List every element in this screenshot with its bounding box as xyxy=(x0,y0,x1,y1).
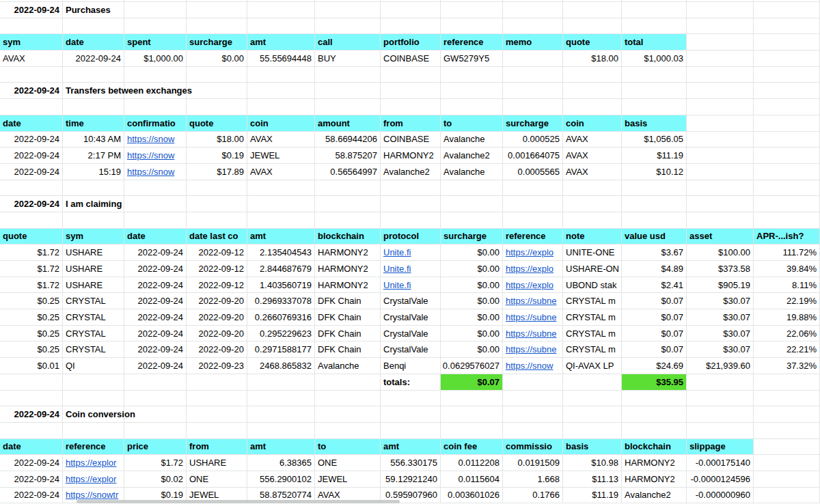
cell[interactable]: 0.0115604 xyxy=(441,471,503,488)
section-title[interactable]: Purchases xyxy=(63,2,124,18)
cell[interactable]: UNITE-ONE xyxy=(563,244,622,261)
cell[interactable]: -0.0000124596 xyxy=(687,471,754,488)
cell[interactable]: 2022-09-24 xyxy=(0,455,63,471)
cell[interactable]: DFK Chain xyxy=(315,309,381,326)
cell[interactable]: 0.295229623 xyxy=(247,326,315,342)
cell[interactable]: 0.2971588177 xyxy=(247,341,315,358)
cell[interactable]: $0.07 xyxy=(441,374,503,391)
cell[interactable]: Benqi xyxy=(381,358,441,374)
cell[interactable]: 0.2660769316 xyxy=(247,309,315,326)
cell[interactable]: 2022-09-23 xyxy=(187,358,247,374)
cell[interactable]: QI-AVAX LP xyxy=(563,358,622,374)
cell[interactable]: $35.95 xyxy=(622,374,687,391)
cell[interactable]: $0.00 xyxy=(441,341,503,358)
link[interactable]: https://subne xyxy=(506,328,556,339)
column-header[interactable]: date xyxy=(0,439,63,456)
link[interactable]: https://explor xyxy=(66,474,116,484)
cell[interactable]: Avalanche2 xyxy=(381,164,441,180)
column-header[interactable]: date xyxy=(63,34,124,51)
cell[interactable]: HARMONY2 xyxy=(315,261,381,277)
link-cell[interactable]: Unite.fi xyxy=(381,244,441,261)
cell[interactable]: $11.13 xyxy=(563,471,622,488)
cell[interactable]: 2022-09-24 xyxy=(124,244,187,261)
cell[interactable]: 2022-09-24 xyxy=(0,488,63,504)
horizontal-scrollbar-thumb[interactable] xyxy=(77,500,400,503)
link[interactable]: Unite.fi xyxy=(383,247,411,257)
column-header[interactable]: quote xyxy=(563,34,622,51)
section-title[interactable]: Transfers between exchanges xyxy=(63,83,124,99)
cell[interactable]: USHARE-ON xyxy=(563,261,622,277)
cell[interactable]: 15:19 xyxy=(63,164,124,180)
cell[interactable]: $0.00 xyxy=(441,326,503,342)
column-header[interactable]: note xyxy=(563,229,622,245)
column-header[interactable]: reference xyxy=(503,229,563,245)
link[interactable]: https://subne xyxy=(506,296,556,306)
column-header[interactable]: portfolio xyxy=(381,34,441,51)
cell[interactable]: $0.02 xyxy=(124,471,187,488)
column-header[interactable]: blockchain xyxy=(622,439,687,456)
cell[interactable]: 2022-09-24 xyxy=(0,471,63,488)
link-cell[interactable]: https://explo xyxy=(503,277,563,294)
link[interactable]: https://explo xyxy=(506,280,554,290)
cell[interactable]: 22.06% xyxy=(754,326,820,342)
cell[interactable]: $11.19 xyxy=(563,488,622,504)
cell[interactable]: $1,000.03 xyxy=(622,51,687,67)
cell[interactable]: 19.88% xyxy=(754,309,820,326)
column-header[interactable]: quote xyxy=(187,115,247,132)
cell[interactable]: 2:17 PM xyxy=(63,148,124,164)
cell[interactable]: COINBASE xyxy=(381,51,441,67)
cell[interactable]: QI xyxy=(63,358,124,374)
cell[interactable]: -0.000175140 xyxy=(687,455,754,471)
cell[interactable]: JEWEL xyxy=(315,471,381,488)
cell[interactable]: UBOND stak xyxy=(563,277,622,294)
cell[interactable]: $0.07 xyxy=(622,326,687,342)
column-header[interactable]: coin fee xyxy=(441,439,503,456)
cell[interactable]: 2022-09-24 xyxy=(0,132,63,148)
cell[interactable]: AVAX xyxy=(563,132,622,148)
column-header[interactable]: date xyxy=(0,115,63,132)
cell[interactable]: 58.66944206 xyxy=(315,132,381,148)
column-header[interactable]: surcharge xyxy=(503,115,563,132)
link[interactable]: https://snow xyxy=(127,134,174,144)
link-cell[interactable]: https://subne xyxy=(503,293,563,309)
column-header[interactable]: quote xyxy=(0,229,63,245)
cell[interactable]: 2022-09-24 xyxy=(0,164,63,180)
column-header[interactable]: surcharge xyxy=(441,229,503,245)
cell[interactable]: $100.00 xyxy=(687,244,754,261)
cell[interactable]: $1.72 xyxy=(0,244,63,261)
cell[interactable]: $30.07 xyxy=(687,293,754,309)
link[interactable]: https://explo xyxy=(506,247,554,257)
cell[interactable]: 2022-09-20 xyxy=(187,326,247,342)
link[interactable]: https://subne xyxy=(506,344,556,354)
column-header[interactable]: amt xyxy=(381,439,441,456)
cell[interactable]: 2022-09-24 xyxy=(124,293,187,309)
cell[interactable]: $0.00 xyxy=(441,293,503,309)
cell[interactable]: $0.00 xyxy=(441,244,503,261)
cell[interactable]: 0.2969337078 xyxy=(247,293,315,309)
section-title-date[interactable]: 2022-09-24 xyxy=(0,406,63,423)
cell[interactable]: $0.19 xyxy=(187,148,247,164)
cell[interactable]: $1.72 xyxy=(124,455,187,471)
cell[interactable]: $18.00 xyxy=(563,51,622,67)
column-header[interactable]: to xyxy=(315,439,381,456)
cell[interactable]: Avalanche xyxy=(315,358,381,374)
link-cell[interactable]: Unite.fi xyxy=(381,277,441,294)
column-header[interactable]: commissio xyxy=(503,439,563,456)
cell[interactable]: 0.0005565 xyxy=(503,164,563,180)
column-header[interactable]: sym xyxy=(0,34,63,51)
cell[interactable]: 2022-09-20 xyxy=(187,309,247,326)
section-title[interactable]: I am claiming xyxy=(63,196,124,212)
column-header[interactable]: coin xyxy=(247,115,315,132)
cell[interactable]: 58.875207 xyxy=(315,148,381,164)
column-header[interactable]: amount xyxy=(315,115,381,132)
cell[interactable]: USHARE xyxy=(63,277,124,294)
column-header[interactable]: to xyxy=(441,115,503,132)
column-header[interactable]: confirmatio xyxy=(124,115,187,132)
link-cell[interactable]: Unite.fi xyxy=(381,261,441,277)
column-header[interactable]: APR-...ish? xyxy=(754,229,820,245)
column-header[interactable]: basis xyxy=(563,439,622,456)
link-cell[interactable]: https://explor xyxy=(63,471,124,488)
cell[interactable]: $3.67 xyxy=(622,244,687,261)
cell[interactable]: CrystalVale xyxy=(381,309,441,326)
cell[interactable]: AVAX xyxy=(563,164,622,180)
